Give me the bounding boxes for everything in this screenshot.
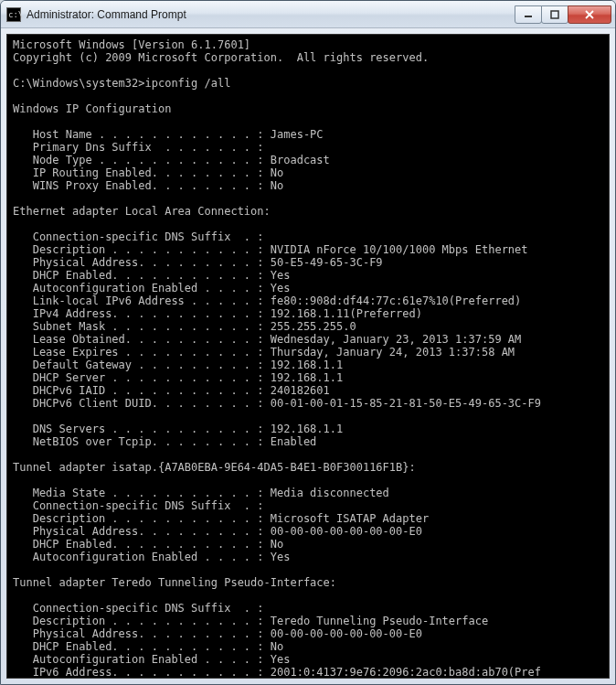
row-value: 192.168.1.11(Preferred) — [271, 307, 422, 320]
prompt-path: C:\Windows\system32> — [13, 77, 145, 90]
row-label: Autoconfiguration Enabled . . . . : — [13, 551, 271, 563]
row-label: Link-local IPv6 Address . . . . . : — [13, 294, 271, 307]
os-version-line: Microsoft Windows [Version 6.1.7601] — [13, 38, 250, 51]
row-value: 240182601 — [271, 384, 330, 397]
row-value: NVIDIA nForce 10/100/1000 Mbps Ethernet — [271, 243, 528, 256]
row-value: 00-00-00-00-00-00-00-E0 — [271, 525, 422, 538]
command-text: ipconfig /all — [145, 77, 231, 90]
row-value: 255.255.255.0 — [271, 320, 356, 333]
row-label: Description . . . . . . . . . . . : — [13, 243, 271, 256]
row-label: Physical Address. . . . . . . . . : — [13, 525, 271, 538]
row-value: No — [271, 640, 283, 653]
row-label: Autoconfiguration Enabled . . . . : — [13, 282, 271, 294]
row-label: Default Gateway . . . . . . . . . : — [13, 359, 271, 371]
row-label: DHCPv6 IAID . . . . . . . . . . . : — [13, 384, 271, 397]
svg-rect-1 — [551, 11, 558, 18]
row-value: Broadcast — [271, 154, 330, 166]
row-value: Thursday, January 24, 2013 1:37:58 AM — [271, 346, 515, 359]
row-value: fe80::908d:df44:77c:61e7%10(Preferred) — [271, 294, 522, 307]
row-label: Host Name . . . . . . . . . . . . : — [13, 128, 271, 141]
titlebar[interactable]: c:\ Administrator: Command Prompt — [1, 1, 615, 28]
row-value: Yes — [271, 551, 291, 563]
row-label: IP Routing Enabled. . . . . . . . : — [13, 166, 271, 179]
row-value: No — [271, 179, 283, 192]
row-label: DNS Servers . . . . . . . . . . . : — [13, 423, 271, 435]
row-label: Node Type . . . . . . . . . . . . : — [13, 154, 271, 166]
row-label: IPv4 Address. . . . . . . . . . . : — [13, 307, 271, 320]
section-title-wip: Windows IP Configuration — [13, 102, 171, 115]
section-title-isatap: Tunnel adapter isatap.{A7AB0EBA-9E64-4DA… — [13, 461, 416, 474]
section-title-teredo: Tunnel adapter Teredo Tunneling Pseudo-I… — [13, 576, 336, 589]
terminal-output[interactable]: Microsoft Windows [Version 6.1.7601] Cop… — [6, 34, 610, 679]
row-value: 192.168.1.1 — [271, 423, 343, 435]
row-value: Media disconnected — [271, 487, 389, 499]
row-value: 192.168.1.1 — [271, 371, 343, 384]
row-value: Yes — [271, 653, 291, 666]
close-button[interactable] — [568, 5, 611, 24]
row-label: DHCPv6 Client DUID. . . . . . . . : — [13, 397, 271, 410]
row-value: Teredo Tunneling Pseudo-Interface — [271, 615, 488, 627]
row-value: 50-E5-49-65-3C-F9 — [271, 256, 383, 269]
row-label: Description . . . . . . . . . . . : — [13, 512, 271, 525]
section-title-ethernet: Ethernet adapter Local Area Connection: — [13, 205, 271, 218]
maximize-button[interactable] — [541, 5, 568, 24]
row-label: WINS Proxy Enabled. . . . . . . . : — [13, 179, 271, 192]
row-label: Subnet Mask . . . . . . . . . . . : — [13, 320, 271, 333]
window-title: Administrator: Command Prompt — [27, 8, 515, 21]
row-label: IPv6 Address. . . . . . . . . . . : — [13, 666, 271, 679]
row-value: Enabled — [271, 435, 317, 448]
row-value: James-PC — [271, 128, 324, 141]
row-label: Connection-specific DNS Suffix . : — [13, 602, 264, 615]
row-label: Physical Address. . . . . . . . . : — [13, 256, 271, 269]
row-value: 2001:0:4137:9e76:2096:2ac0:ba8d:ab70(Pre… — [271, 666, 541, 679]
row-label: Media State . . . . . . . . . . . : — [13, 487, 271, 499]
row-value: Microsoft ISATAP Adapter — [271, 512, 429, 525]
row-value: Yes — [271, 269, 291, 282]
window-buttons — [515, 5, 611, 24]
row-label: Connection-specific DNS Suffix . : — [13, 230, 264, 243]
row-label: DHCP Enabled. . . . . . . . . . . : — [13, 640, 271, 653]
row-label: Primary Dns Suffix . . . . . . . : — [13, 141, 264, 154]
row-label: Lease Expires . . . . . . . . . . : — [13, 346, 271, 359]
row-value: Wednesday, January 23, 2013 1:37:59 AM — [271, 333, 522, 346]
copyright-line: Copyright (c) 2009 Microsoft Corporation… — [13, 51, 429, 64]
row-value: 192.168.1.1 — [271, 359, 343, 371]
row-label: DHCP Server . . . . . . . . . . . : — [13, 371, 271, 384]
row-value: Yes — [271, 282, 291, 294]
command-prompt-window: c:\ Administrator: Command Prompt Micros… — [0, 0, 616, 685]
row-label: NetBIOS over Tcpip. . . . . . . . : — [13, 435, 271, 448]
row-label: Connection-specific DNS Suffix . : — [13, 499, 264, 512]
row-value: No — [271, 538, 283, 551]
row-value: 00-00-00-00-00-00-00-E0 — [271, 627, 422, 640]
row-label: DHCP Enabled. . . . . . . . . . . : — [13, 269, 271, 282]
minimize-button[interactable] — [515, 5, 542, 24]
row-label: Description . . . . . . . . . . . : — [13, 615, 271, 627]
row-value: 00-01-00-01-15-85-21-81-50-E5-49-65-3C-F… — [271, 397, 541, 410]
row-label: Lease Obtained. . . . . . . . . . : — [13, 333, 271, 346]
row-value: No — [271, 166, 283, 179]
cmd-icon: c:\ — [6, 7, 21, 22]
svg-rect-0 — [525, 16, 532, 17]
row-label: Autoconfiguration Enabled . . . . : — [13, 653, 271, 666]
row-label: Physical Address. . . . . . . . . : — [13, 627, 271, 640]
row-label: DHCP Enabled. . . . . . . . . . . : — [13, 538, 271, 551]
